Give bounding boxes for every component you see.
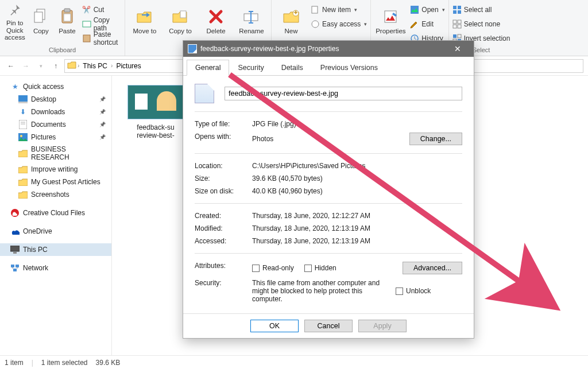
dialog-title: feedback-survey-review-best-e.jpg Proper… [200,45,339,53]
svg-rect-23 [453,20,457,24]
open-button[interactable]: Open▾ [410,3,444,16]
select-all-button[interactable]: Select all [452,3,510,16]
size-value: 39.6 KB (40,570 bytes) [252,174,462,182]
svg-rect-31 [18,95,28,102]
properties-dialog: feedback-survey-review-best-e.jpg Proper… [183,40,474,339]
sidebar-business[interactable]: BUSINESS RESEARCH [0,143,111,163]
file-thumbnail[interactable]: feedback-sureview-best- [121,85,190,140]
rename-button[interactable]: Rename [235,1,268,41]
unblock-checkbox[interactable]: Unblock [396,279,431,303]
sidebar-improve[interactable]: Improve writing [0,163,111,176]
properties-button[interactable]: Properties [374,1,407,41]
svg-rect-1 [34,12,42,22]
security-label: Security: [195,279,252,287]
folder-icon [67,60,76,71]
readonly-checkbox[interactable]: Read-only [252,264,294,272]
path-pictures[interactable]: Pictures [114,62,143,70]
svg-rect-39 [10,246,20,251]
edit-button[interactable]: Edit [410,18,444,30]
chevron-down-icon: ▾ [364,21,367,27]
move-to-button[interactable]: Move to [129,1,161,41]
svg-rect-26 [458,25,461,28]
sidebar-documents[interactable]: Documents [0,118,111,131]
dialog-titlebar[interactable]: feedback-survey-review-best-e.jpg Proper… [183,41,474,57]
sidebar-network[interactable]: Network [0,262,111,274]
svg-rect-40 [13,252,17,254]
ok-button[interactable]: OK [250,320,299,332]
svg-rect-4 [64,14,71,21]
back-button[interactable]: ← [5,60,17,72]
scissors-icon: ✂️ [82,5,91,14]
tab-general[interactable]: General [187,60,229,76]
edit-icon [410,20,419,29]
folder-icon [18,149,28,158]
type-value: JPG File (.jpg) [252,120,462,128]
svg-rect-7 [180,11,186,18]
chevron-right-icon[interactable]: › [78,63,79,69]
location-label: Location: [195,162,252,170]
disk-value: 40.0 KB (40,960 bytes) [252,187,462,195]
opens-value: Photos [252,135,273,143]
clipboard-label: Clipboard [3,46,121,55]
advanced-button[interactable]: Advanced... [403,262,462,274]
svg-rect-5 [83,21,91,27]
tab-security[interactable]: Security [229,60,272,76]
sidebar-creative-cloud[interactable]: Creative Cloud Files [0,207,111,219]
sidebar-onedrive[interactable]: OneDrive [0,225,111,238]
this-pc-icon [10,245,20,254]
sidebar-desktop[interactable]: Desktop [0,93,111,106]
creative-cloud-icon [10,208,20,217]
sidebar-pictures[interactable]: Pictures [0,131,111,143]
copy-path-button[interactable]: Copy path [82,18,121,30]
filename-input[interactable] [225,87,462,100]
attributes-label: Attributes: [195,262,252,270]
hidden-checkbox[interactable]: Hidden [304,264,336,272]
paste-button[interactable]: Paste [56,1,79,41]
sidebar-this-pc[interactable]: This PC [0,243,111,256]
sidebar-quick-access[interactable]: ★Quick access [0,80,111,93]
svg-rect-25 [453,25,457,28]
status-items: 1 item [5,359,24,367]
copy-button[interactable]: Copy [30,1,53,41]
new-folder-icon: ✦ [282,7,300,26]
close-button[interactable]: ✕ [446,44,469,53]
type-label: Type of file: [195,120,252,128]
file-type-icon [195,84,214,103]
new-folder-button[interactable]: ✦New [275,1,307,41]
copy-to-icon [171,7,189,26]
chevron-right-icon[interactable]: › [111,63,113,69]
paste-shortcut-icon [82,34,91,43]
modified-label: Modified: [195,224,252,232]
up-button[interactable]: ↑ [49,60,62,72]
paste-shortcut-button[interactable]: Paste shortcut [82,32,121,45]
sidebar-guest[interactable]: My Guest Post Articles [0,176,111,188]
move-icon [136,7,154,26]
svg-rect-43 [13,269,17,271]
sidebar-screenshots[interactable]: Screenshots [0,188,111,201]
thumbnail-image [127,85,184,119]
rename-icon [242,7,261,26]
folder-icon [18,165,28,174]
cancel-button[interactable]: Cancel [304,320,353,332]
network-icon [10,263,20,273]
new-item-icon [311,5,320,14]
copy-to-button[interactable]: Copy to [164,1,196,41]
change-button[interactable]: Change... [409,133,462,145]
folder-icon [18,190,28,199]
new-item-button[interactable]: New item▾ [311,3,367,16]
delete-button[interactable]: Delete [200,1,232,41]
tab-previous-versions[interactable]: Previous Versions [312,60,386,76]
svg-point-37 [20,135,22,137]
easy-access-button[interactable]: Easy access▾ [311,18,367,30]
recent-dropdown[interactable]: ▾ [34,60,47,72]
cut-button[interactable]: ✂️Cut [82,3,121,16]
security-text: This file came from another computer and… [252,279,390,303]
select-none-button[interactable]: Select none [452,18,510,30]
pin-to-quick-button[interactable]: Pin to Quick access [3,1,26,41]
disk-label: Size on disk: [195,187,252,195]
modified-value: Thursday, 18 June, 2020, 12:13:19 AM [252,224,462,232]
accessed-value: Thursday, 18 June, 2020, 12:13:19 AM [252,237,462,245]
tab-details[interactable]: Details [273,60,312,76]
sidebar-downloads[interactable]: ⬇Downloads [0,106,111,118]
path-this-pc[interactable]: This PC [80,62,110,70]
